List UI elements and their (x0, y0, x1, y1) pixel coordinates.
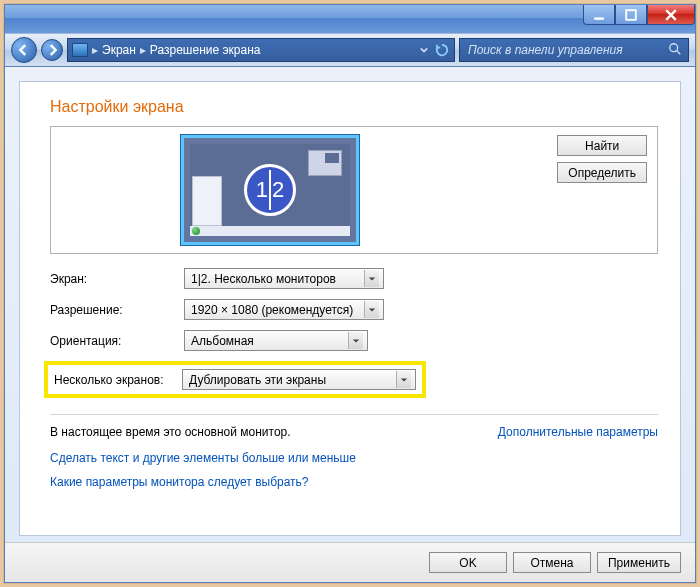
search-box[interactable] (459, 38, 689, 62)
refresh-button[interactable] (434, 42, 450, 58)
monitor-start-icon (192, 227, 200, 235)
close-icon (665, 9, 677, 21)
text-size-link[interactable]: Сделать текст и другие элементы больше и… (50, 451, 658, 465)
resolution-select[interactable]: 1920 × 1080 (рекомендуется) (184, 299, 384, 320)
help-links: Сделать текст и другие элементы больше и… (50, 451, 658, 499)
primary-monitor-info: В настоящее время это основной монитор. (50, 425, 291, 439)
settings-panel: Настройки экрана 1 2 (19, 81, 681, 536)
which-monitor-link[interactable]: Какие параметры монитора следует выбрать… (50, 475, 658, 489)
monitor-taskbar-icon (190, 226, 350, 236)
breadcrumb[interactable]: ▸ Экран ▸ Разрешение экрана (67, 38, 455, 62)
control-panel-icon (72, 43, 88, 57)
screen-resolution-window: ▸ Экран ▸ Разрешение экрана Настройки эк… (4, 4, 696, 583)
multiple-displays-select[interactable]: Дублировать эти экраны (182, 369, 416, 390)
chevron-down-icon (396, 371, 411, 388)
search-icon[interactable] (668, 42, 682, 59)
window-controls (583, 5, 695, 25)
display-preview: 1 2 Найти Определить (50, 126, 658, 254)
orientation-label: Ориентация: (50, 334, 184, 348)
svg-point-2 (670, 43, 678, 51)
dialog-footer: OK Отмена Применить (5, 542, 695, 582)
search-input[interactable] (466, 42, 668, 58)
content-area: Настройки экрана 1 2 (5, 67, 695, 542)
chevron-right-icon: ▸ (140, 43, 146, 57)
svg-rect-0 (594, 17, 604, 19)
maximize-button[interactable] (615, 5, 647, 25)
breadcrumb-item-screen[interactable]: Экран (102, 43, 136, 57)
svg-rect-1 (626, 10, 636, 20)
arrow-left-icon (18, 44, 30, 56)
address-bar: ▸ Экран ▸ Разрешение экрана (5, 33, 695, 67)
chevron-right-icon: ▸ (92, 43, 98, 57)
arrow-right-icon (46, 44, 58, 56)
multiple-displays-highlight: Несколько экранов: Дублировать эти экран… (44, 361, 426, 398)
orientation-value: Альбомная (191, 334, 348, 348)
ok-button[interactable]: OK (429, 552, 507, 573)
resolution-label: Разрешение: (50, 303, 184, 317)
cancel-button[interactable]: Отмена (513, 552, 591, 573)
screen-value: 1|2. Несколько мониторов (191, 272, 364, 286)
monitor-number-2: 2 (272, 177, 284, 203)
monitor-window-icon (308, 150, 342, 176)
apply-button[interactable]: Применить (597, 552, 681, 573)
maximize-icon (625, 9, 637, 21)
settings-form: Экран: 1|2. Несколько мониторов Разрешен… (50, 268, 658, 408)
monitor-startmenu-icon (192, 176, 222, 226)
monitor-number-1: 1 (256, 177, 268, 203)
chevron-down-icon (348, 332, 363, 349)
forward-button[interactable] (41, 39, 63, 61)
monitor-id-badge: 1 2 (244, 164, 296, 216)
chevron-down-icon[interactable] (420, 46, 428, 54)
divider (50, 414, 658, 415)
monitor-thumbnail[interactable]: 1 2 (181, 135, 359, 245)
screen-label: Экран: (50, 272, 184, 286)
chevron-down-icon (364, 301, 379, 318)
detect-button[interactable]: Определить (557, 162, 647, 183)
titlebar (5, 5, 695, 33)
refresh-icon (435, 43, 449, 57)
minimize-icon (593, 9, 605, 21)
advanced-settings-link[interactable]: Дополнительные параметры (498, 425, 658, 439)
screen-select[interactable]: 1|2. Несколько мониторов (184, 268, 384, 289)
resolution-value: 1920 × 1080 (рекомендуется) (191, 303, 364, 317)
close-button[interactable] (647, 5, 695, 25)
monitor-wallpaper: 1 2 (190, 144, 350, 236)
chevron-down-icon (364, 270, 379, 287)
minimize-button[interactable] (583, 5, 615, 25)
orientation-select[interactable]: Альбомная (184, 330, 368, 351)
badge-divider (269, 170, 271, 210)
find-button[interactable]: Найти (557, 135, 647, 156)
back-button[interactable] (11, 37, 37, 63)
multiple-label: Несколько экранов: (54, 373, 182, 387)
multiple-value: Дублировать эти экраны (189, 373, 396, 387)
page-title: Настройки экрана (50, 98, 658, 116)
breadcrumb-item-resolution[interactable]: Разрешение экрана (150, 43, 261, 57)
